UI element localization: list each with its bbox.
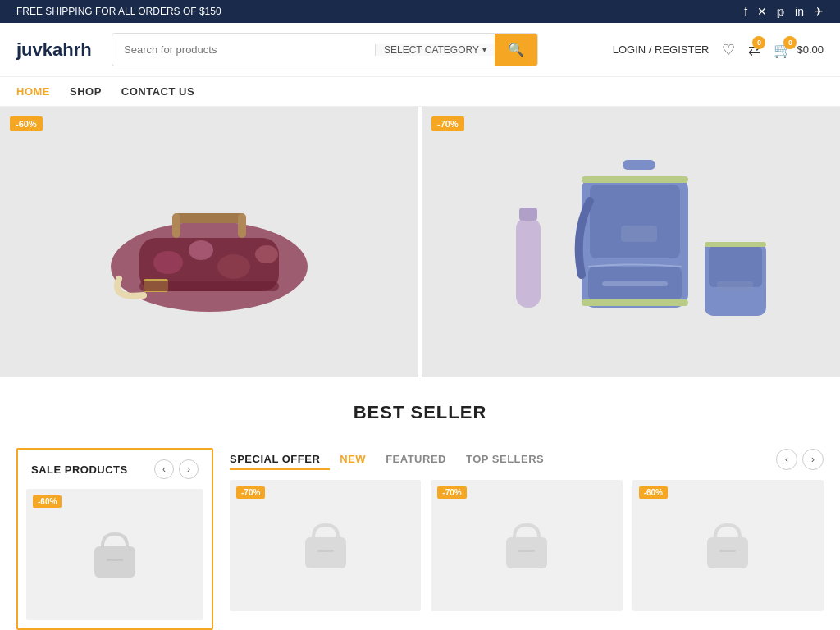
hero-left-discount-badge: -60% bbox=[10, 116, 43, 131]
hero-left-image bbox=[0, 107, 418, 377]
svg-point-4 bbox=[217, 254, 250, 279]
logo[interactable]: juvkahrh bbox=[16, 39, 98, 61]
special-offer-header: SPECIAL OFFER NEW FEATURED TOP SELLERS ‹… bbox=[230, 448, 824, 470]
category-select-wrapper[interactable]: SELECT CATEGORY ▾ bbox=[375, 44, 495, 56]
sale-products-prev-button[interactable]: ‹ bbox=[154, 459, 174, 479]
sale-products-next-button[interactable]: › bbox=[179, 459, 199, 479]
product-3-badge: -60% bbox=[639, 486, 668, 499]
best-seller-section: BEST SELLER bbox=[0, 377, 840, 448]
social-icons: f ✕ 𝕡 in ✈ bbox=[744, 5, 824, 18]
cart-total: $0.00 bbox=[797, 43, 824, 56]
product-2-badge: -70% bbox=[437, 486, 466, 499]
hero-right-image bbox=[422, 107, 840, 377]
wishlist-button[interactable]: ♡ bbox=[722, 41, 735, 59]
heart-icon: ♡ bbox=[722, 42, 735, 58]
svg-rect-27 bbox=[305, 537, 346, 568]
category-label: SELECT CATEGORY bbox=[384, 44, 479, 56]
search-input[interactable] bbox=[112, 35, 375, 64]
product-1-badge: -70% bbox=[236, 486, 265, 499]
cart-badge: 0 bbox=[783, 36, 797, 49]
nav-home[interactable]: HOME bbox=[16, 85, 50, 98]
pinterest-icon[interactable]: 𝕡 bbox=[777, 5, 785, 18]
sale-product-badge: -60% bbox=[33, 495, 62, 508]
tab-top-sellers[interactable]: TOP SELLERS bbox=[456, 448, 554, 470]
top-bar: FREE SHIPPING FOR ALL ORDERS OF $150 f ✕… bbox=[0, 0, 840, 23]
svg-rect-10 bbox=[139, 281, 279, 291]
product-cards: -70% -70% -60% bbox=[230, 480, 824, 611]
search-button[interactable]: 🔍 bbox=[495, 34, 537, 66]
svg-point-3 bbox=[189, 240, 213, 260]
svg-rect-32 bbox=[719, 550, 736, 552]
sale-products-arrows: ‹ › bbox=[154, 459, 199, 479]
svg-rect-18 bbox=[602, 281, 668, 286]
tab-featured[interactable]: FEATURED bbox=[376, 448, 456, 470]
telegram-icon[interactable]: ✈ bbox=[814, 5, 824, 18]
svg-rect-31 bbox=[707, 537, 748, 568]
svg-rect-22 bbox=[709, 246, 762, 287]
search-bar: SELECT CATEGORY ▾ 🔍 bbox=[112, 33, 538, 66]
svg-rect-12 bbox=[519, 208, 537, 221]
special-offer-tabs: SPECIAL OFFER NEW FEATURED TOP SELLERS bbox=[230, 448, 554, 470]
svg-rect-8 bbox=[238, 213, 246, 238]
svg-rect-15 bbox=[582, 176, 688, 183]
shipping-text: FREE SHIPPING FOR ALL ORDERS OF $150 bbox=[16, 6, 221, 17]
special-offer-panel: SPECIAL OFFER NEW FEATURED TOP SELLERS ‹… bbox=[230, 448, 824, 630]
svg-rect-24 bbox=[717, 281, 753, 291]
svg-rect-26 bbox=[107, 559, 123, 561]
svg-rect-20 bbox=[621, 226, 657, 242]
svg-rect-19 bbox=[582, 299, 688, 306]
product-card-2[interactable]: -70% bbox=[431, 480, 622, 611]
nav-contact[interactable]: CONTACT US bbox=[121, 85, 194, 98]
svg-rect-11 bbox=[516, 217, 541, 308]
svg-rect-6 bbox=[172, 213, 246, 223]
svg-rect-7 bbox=[172, 213, 180, 238]
svg-point-5 bbox=[255, 245, 278, 263]
search-icon: 🔍 bbox=[508, 43, 524, 57]
tab-new[interactable]: NEW bbox=[330, 448, 376, 470]
tab-special-offer[interactable]: SPECIAL OFFER bbox=[230, 448, 330, 470]
login-register-link[interactable]: LOGIN / REGISTER bbox=[613, 43, 710, 56]
svg-rect-14 bbox=[590, 185, 680, 258]
main-nav: HOME SHOP CONTACT US bbox=[0, 77, 840, 107]
header: juvkahrh SELECT CATEGORY ▾ 🔍 LOGIN / REG… bbox=[0, 23, 840, 77]
hero-right-discount-badge: -70% bbox=[431, 116, 464, 131]
nav-shop[interactable]: SHOP bbox=[70, 85, 102, 98]
hero-banner-right[interactable]: -70% bbox=[422, 107, 840, 377]
svg-rect-25 bbox=[94, 546, 135, 578]
compare-badge: 0 bbox=[752, 36, 765, 49]
chevron-down-icon: ▾ bbox=[482, 45, 486, 54]
sale-products-header: SALE PRODUCTS ‹ › bbox=[18, 450, 212, 489]
sale-product-item[interactable]: -60% bbox=[26, 489, 203, 620]
facebook-icon[interactable]: f bbox=[744, 5, 747, 18]
special-offer-next-button[interactable]: › bbox=[802, 449, 824, 470]
sale-products-panel: SALE PRODUCTS ‹ › -60% bbox=[16, 448, 213, 630]
cart-button[interactable]: 🛒 0 $0.00 bbox=[774, 41, 824, 59]
svg-rect-28 bbox=[317, 550, 334, 552]
special-offer-arrows: ‹ › bbox=[776, 449, 824, 470]
compare-button[interactable]: ⇄ 0 bbox=[748, 41, 760, 59]
svg-point-2 bbox=[153, 251, 183, 274]
linkedin-icon[interactable]: in bbox=[795, 5, 804, 18]
svg-rect-29 bbox=[506, 537, 547, 568]
product-card-1[interactable]: -70% bbox=[230, 480, 421, 611]
product-card-3[interactable]: -60% bbox=[632, 480, 824, 611]
hero-banner-left[interactable]: -60% bbox=[0, 107, 422, 377]
best-seller-title: BEST SELLER bbox=[16, 402, 824, 423]
x-twitter-icon[interactable]: ✕ bbox=[757, 5, 767, 18]
sale-products-title: SALE PRODUCTS bbox=[31, 463, 128, 476]
svg-rect-30 bbox=[518, 550, 535, 552]
products-row: SALE PRODUCTS ‹ › -60% SPECIAL OFFER NEW… bbox=[0, 448, 840, 630]
header-actions: LOGIN / REGISTER ♡ ⇄ 0 🛒 0 $0.00 bbox=[613, 41, 824, 59]
svg-rect-23 bbox=[705, 242, 766, 247]
special-offer-prev-button[interactable]: ‹ bbox=[776, 449, 797, 470]
svg-rect-16 bbox=[623, 160, 655, 170]
hero-section: -60% bbox=[0, 107, 840, 377]
